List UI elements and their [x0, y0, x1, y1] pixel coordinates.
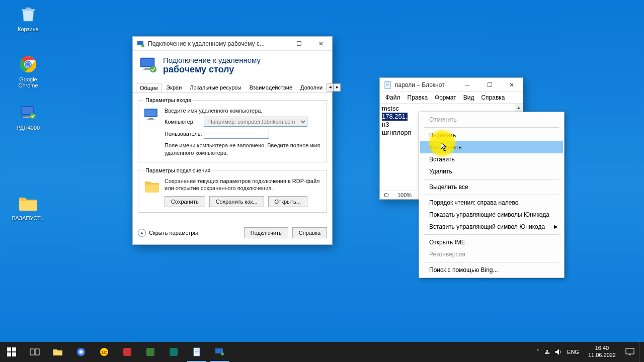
ctx-paste[interactable]: Вставить	[420, 153, 563, 165]
ctx-delete[interactable]: Удалить	[420, 165, 563, 177]
recycle-bin-icon	[18, 4, 38, 24]
svg-rect-21	[7, 347, 11, 351]
ctx-copy[interactable]: Копировать	[420, 141, 563, 153]
notepad-titlebar[interactable]: пароли – Блокнот ─ ☐ ✕	[380, 78, 523, 92]
ctx-reconvert[interactable]: Реконверсия	[420, 248, 563, 260]
rdp-icon	[18, 103, 38, 123]
system-tray[interactable]: ˄ 🖧 ENG	[532, 348, 583, 355]
svg-rect-19	[147, 119, 154, 120]
maximize-button[interactable]: ☐	[288, 37, 310, 51]
rdp-banner-line1: Подключение к удаленному	[163, 56, 261, 64]
menu-file[interactable]: Файл	[382, 93, 404, 102]
svg-point-10	[141, 44, 144, 47]
svg-rect-17	[145, 110, 156, 116]
minimize-button[interactable]: ─	[266, 37, 288, 51]
ctx-show-unicode[interactable]: Показать управляющие символы Юникода	[420, 209, 563, 221]
tray-network-icon[interactable]: 🖧	[544, 349, 550, 355]
status-column: C:	[384, 192, 389, 198]
menu-help[interactable]: Справка	[477, 93, 508, 102]
desktop-icon-label: БАЗАПУСТ...	[9, 215, 47, 221]
user-field[interactable]	[204, 129, 269, 139]
chrome-icon	[18, 54, 38, 74]
taskbar-app-green2[interactable]	[139, 342, 162, 362]
close-button[interactable]: ✕	[501, 78, 523, 92]
tray-chevron-up-icon[interactable]: ˄	[536, 349, 539, 355]
ctx-select-all[interactable]: Выделить все	[420, 181, 563, 193]
notepad-menubar: Файл Правка Формат Вид Справка	[380, 92, 523, 104]
rdp-titlebar[interactable]: Подключение к удаленному рабочему с... ─…	[133, 37, 332, 51]
tab-screen[interactable]: Экран	[162, 82, 186, 92]
1c-icon: 1C	[100, 347, 109, 356]
separator	[424, 234, 559, 235]
menu-view[interactable]: Вид	[460, 93, 478, 102]
notepad-title-icon	[384, 81, 392, 89]
folder-icon	[18, 193, 38, 213]
save-as-button[interactable]: Сохранить как...	[209, 196, 264, 207]
taskbar-rdp[interactable]	[208, 342, 231, 362]
desktop-icon-label: РДП4000	[9, 125, 47, 131]
open-button[interactable]: Открыть...	[268, 196, 307, 207]
menu-format[interactable]: Формат	[431, 93, 460, 102]
taskbar-app-teal[interactable]	[162, 342, 185, 362]
computer-label: Компьютер:	[165, 119, 204, 125]
svg-rect-13	[144, 68, 150, 69]
status-zoom: 100%	[397, 192, 412, 198]
desktop-icon-label: Корзина	[9, 26, 47, 32]
empty-computer-hint: Поле имени компьютера не заполнено. Введ…	[165, 142, 321, 157]
action-center-button[interactable]	[621, 342, 639, 362]
tab-scroll-left[interactable]: ◄	[327, 83, 334, 92]
ctx-undo[interactable]: Отменить	[420, 114, 563, 126]
scroll-up-icon[interactable]: ▲	[515, 104, 523, 112]
start-button[interactable]	[0, 342, 23, 362]
desktop-icon-rdp4000[interactable]: РДП4000	[9, 103, 47, 131]
hide-params-toggle[interactable]: ▲ Скрыть параметры	[138, 229, 198, 237]
ctx-insert-unicode[interactable]: Вставить управляющий символ Юникода ▶	[420, 221, 563, 233]
tab-local-resources[interactable]: Локальные ресурсы	[186, 82, 245, 92]
svg-rect-32	[146, 348, 154, 356]
tray-lang[interactable]: ENG	[567, 349, 579, 355]
tab-general[interactable]: Общие	[136, 83, 162, 93]
taskbar-explorer[interactable]	[46, 342, 69, 362]
computer-field[interactable]: Например: computer.fabrikam.com	[204, 117, 307, 127]
help-button[interactable]: Справка	[292, 227, 327, 238]
show-desktop-button[interactable]	[639, 342, 642, 362]
close-button[interactable]: ✕	[310, 37, 332, 51]
monitor-icon	[143, 107, 160, 124]
tab-scroll-right[interactable]: ►	[334, 83, 341, 92]
svg-point-15	[150, 66, 156, 72]
ctx-bing-search[interactable]: Поиск с помощью Bing...	[420, 264, 563, 276]
taskbar-chrome[interactable]	[69, 342, 93, 362]
save-button[interactable]: Сохранить	[165, 196, 205, 207]
svg-rect-18	[149, 118, 153, 119]
connect-button[interactable]: Подключить	[244, 227, 288, 238]
taskbar-1c[interactable]: 1C	[93, 342, 116, 362]
clock-date: 11.06.2022	[588, 352, 616, 359]
rdp-title-text: Подключение к удаленному рабочему с...	[148, 40, 266, 47]
ctx-cut[interactable]: Вырезать	[420, 129, 563, 141]
rdp-banner: Подключение к удаленному рабочему столу	[133, 51, 332, 82]
svg-rect-24	[12, 352, 16, 356]
ctx-rtl[interactable]: Порядок чтения: справа налево	[420, 197, 563, 209]
rdp-icon	[215, 348, 225, 356]
notepad-title-text: пароли – Блокнот	[395, 81, 456, 88]
maximize-button[interactable]: ☐	[478, 78, 501, 92]
minimize-button[interactable]: ─	[456, 78, 478, 92]
notification-icon	[625, 348, 634, 356]
svg-rect-25	[30, 349, 34, 355]
tab-extra[interactable]: Дополни	[296, 82, 327, 92]
taskbar-clock[interactable]: 16:40 11.06.2022	[583, 345, 621, 359]
taskbar-app-green[interactable]	[116, 342, 139, 362]
tray-volume-icon[interactable]	[555, 348, 562, 355]
taskview-icon	[30, 348, 40, 356]
desktop-icon-bazapust[interactable]: БАЗАПУСТ...	[9, 193, 47, 221]
taskbar-notepad[interactable]	[185, 342, 208, 362]
rdp-tabs: Общие Экран Локальные ресурсы Взаимодейс…	[133, 82, 332, 93]
menu-edit[interactable]: Правка	[404, 93, 432, 102]
ctx-open-ime[interactable]: Открыть IME	[420, 236, 563, 248]
svg-rect-23	[7, 352, 11, 356]
desktop-icon-recycle-bin[interactable]: Корзина	[9, 4, 47, 32]
desktop-icon-chrome[interactable]: Google Chrome	[9, 54, 47, 88]
tab-performance[interactable]: Взаимодействие	[246, 82, 296, 92]
svg-rect-6	[25, 116, 30, 117]
taskbar-taskview[interactable]	[23, 342, 46, 362]
